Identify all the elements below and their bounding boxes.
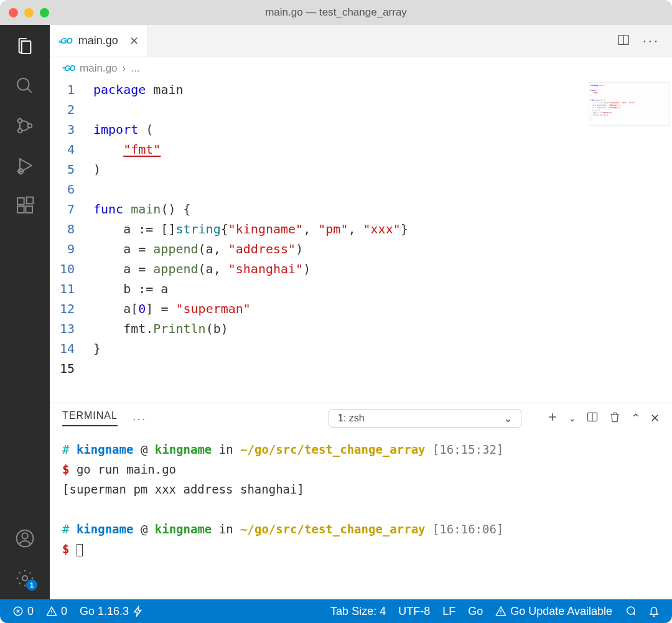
line-number: 13	[50, 319, 75, 339]
shell-selector-label: 1: zsh	[338, 413, 365, 424]
split-terminal-icon[interactable]	[586, 411, 599, 426]
status-go-version[interactable]: Go 1.16.3	[75, 599, 149, 623]
line-number: 12	[50, 299, 75, 319]
line-number: 10	[50, 259, 75, 279]
line-number: 9	[50, 239, 75, 259]
new-terminal-icon[interactable]	[546, 411, 559, 426]
more-actions-icon[interactable]: ···	[643, 33, 660, 49]
breadcrumb-filename: main.go	[80, 62, 117, 75]
status-go-update[interactable]: Go Update Available	[490, 599, 617, 623]
breadcrumb[interactable]: GO main.go › ...	[50, 57, 672, 80]
terminal-shell-selector[interactable]: 1: zsh ⌄	[329, 409, 521, 428]
line-number: 4	[50, 139, 75, 159]
code-line[interactable]	[93, 100, 672, 119]
svg-point-10	[22, 533, 27, 538]
close-tab-icon[interactable]: ✕	[129, 34, 139, 48]
maximize-panel-icon[interactable]: ⌃	[631, 411, 640, 425]
terminal-line: # kingname @ kingname in ~/go/src/test_c…	[62, 439, 660, 459]
code-line[interactable]: func main() {	[93, 199, 672, 219]
svg-point-0	[17, 78, 29, 90]
code-line[interactable]: )	[93, 159, 672, 179]
explorer-icon[interactable]	[14, 35, 36, 57]
line-number: 6	[50, 179, 75, 199]
code-line[interactable]: a := []string{"kingname", "pm", "xxx"}	[93, 219, 672, 239]
status-encoding[interactable]: UTF-8	[393, 599, 435, 623]
line-number: 2	[50, 100, 75, 119]
line-number: 3	[50, 119, 75, 139]
go-file-icon: GO	[62, 64, 75, 73]
svg-rect-5	[17, 198, 24, 205]
activity-bar: 1	[0, 25, 50, 599]
panel-more-icon[interactable]: ···	[133, 411, 147, 426]
titlebar: main.go — test_change_array	[0, 0, 672, 25]
code-line[interactable]: import (	[93, 119, 672, 139]
run-debug-icon[interactable]	[14, 154, 36, 177]
code-line[interactable]: }	[93, 339, 672, 358]
tab-bar: GO main.go ✕ ···	[50, 25, 672, 57]
line-number: 5	[50, 159, 75, 179]
terminal-line	[62, 499, 660, 519]
line-number: 15	[50, 358, 75, 378]
svg-rect-7	[26, 206, 32, 213]
search-icon[interactable]	[14, 75, 36, 97]
code-line[interactable]: fmt.Println(b)	[93, 319, 672, 339]
code-line[interactable]	[93, 358, 672, 378]
line-number: 11	[50, 279, 75, 299]
terminal-line: # kingname @ kingname in ~/go/src/test_c…	[62, 519, 660, 539]
svg-point-11	[22, 576, 27, 581]
status-bell-icon[interactable]	[643, 599, 665, 623]
minimap[interactable]: package mainimport ( "fmt")func main() {…	[589, 82, 670, 126]
kill-terminal-icon[interactable]	[609, 411, 621, 426]
close-window-button[interactable]	[9, 8, 18, 17]
traffic-lights	[9, 8, 49, 17]
settings-badge: 1	[26, 579, 37, 591]
terminal-dropdown-icon[interactable]: ⌄	[569, 413, 576, 423]
maximize-window-button[interactable]	[40, 8, 49, 17]
breadcrumb-more: ...	[131, 62, 139, 75]
terminal-content[interactable]: # kingname @ kingname in ~/go/src/test_c…	[50, 433, 672, 599]
split-editor-icon[interactable]	[617, 33, 630, 49]
code-content[interactable]: package mainimport ( "fmt")func main() {…	[93, 80, 672, 403]
line-number: 7	[50, 199, 75, 219]
code-line[interactable]: "fmt"	[93, 139, 672, 159]
settings-gear-icon[interactable]: 1	[14, 567, 36, 589]
code-line[interactable]: a = append(a, "address")	[93, 239, 672, 259]
svg-rect-6	[17, 206, 24, 213]
code-line[interactable]: package main	[93, 80, 672, 100]
svg-rect-8	[27, 197, 34, 204]
status-tab-size[interactable]: Tab Size: 4	[325, 599, 391, 623]
terminal-line: [superman pm xxx address shanghai]	[62, 479, 660, 499]
code-editor[interactable]: 123456789101112131415 package mainimport…	[50, 80, 672, 403]
svg-point-3	[28, 124, 32, 128]
close-panel-icon[interactable]: ✕	[650, 411, 660, 425]
code-line[interactable]: a[0] = "superman"	[93, 299, 672, 319]
status-eol[interactable]: LF	[437, 599, 460, 623]
svg-point-1	[18, 119, 22, 123]
status-warnings[interactable]: 0	[41, 599, 72, 623]
status-language[interactable]: Go	[463, 599, 488, 623]
line-number: 14	[50, 339, 75, 358]
editor-tab-main-go[interactable]: GO main.go ✕	[50, 25, 148, 57]
status-feedback-icon[interactable]	[620, 599, 641, 623]
terminal-tab[interactable]: TERMINAL	[62, 410, 118, 426]
code-line[interactable]: b := a	[93, 279, 672, 299]
status-bar: 0 0 Go 1.16.3 Tab Size: 4 UTF-8 LF Go Go…	[0, 599, 672, 623]
source-control-icon[interactable]	[14, 115, 36, 137]
svg-point-2	[18, 129, 22, 133]
chevron-down-icon: ⌄	[504, 413, 512, 424]
minimize-window-button[interactable]	[24, 8, 34, 17]
code-line[interactable]: a = append(a, "shanghai")	[93, 259, 672, 279]
accounts-icon[interactable]	[14, 527, 36, 550]
extensions-icon[interactable]	[14, 194, 36, 217]
go-file-icon: GO	[58, 36, 72, 45]
line-number: 1	[50, 80, 75, 100]
window-title: main.go — test_change_array	[0, 6, 672, 19]
status-errors[interactable]: 0	[7, 599, 39, 623]
line-number: 8	[50, 219, 75, 239]
terminal-line: $	[62, 539, 660, 559]
breadcrumb-separator: ›	[123, 62, 126, 75]
code-line[interactable]	[93, 179, 672, 199]
line-number-gutter: 123456789101112131415	[50, 80, 93, 403]
panel-header: TERMINAL ··· 1: zsh ⌄ ⌄ ⌃ ✕	[50, 403, 672, 433]
terminal-line: $ go run main.go	[62, 459, 660, 479]
